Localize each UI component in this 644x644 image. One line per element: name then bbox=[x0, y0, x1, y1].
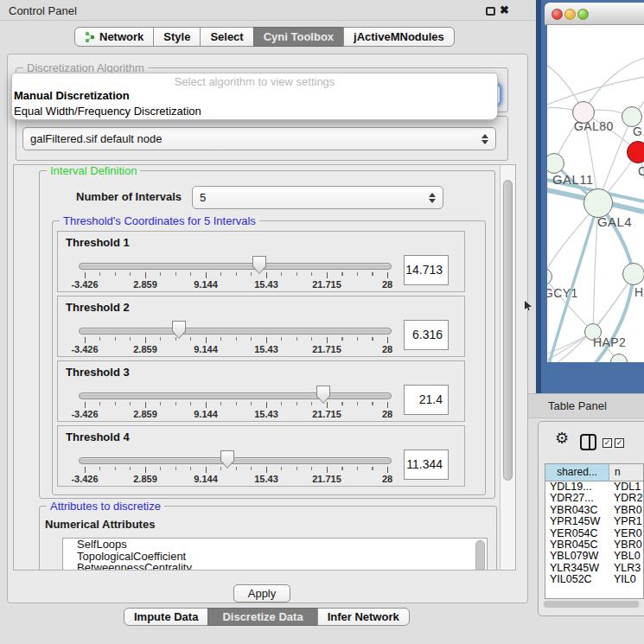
table-row[interactable]: YER054CYER0 bbox=[545, 528, 643, 539]
tick-label: 9.144 bbox=[194, 344, 218, 354]
column-header-shared-name[interactable]: shared... bbox=[545, 464, 609, 481]
float-window-icon[interactable] bbox=[486, 7, 495, 16]
table-row[interactable]: YBL079WYBL0 bbox=[545, 551, 643, 562]
table-row[interactable]: YDR27...YDR2 bbox=[545, 493, 643, 504]
node-label-h: H bbox=[634, 285, 644, 299]
threshold-1-panel: Threshold 1 -3.426 2.859 9.144 15.43 21.… bbox=[57, 231, 465, 292]
table-row[interactable]: YDL19...YDL1 bbox=[545, 481, 643, 493]
network-node-gal4[interactable] bbox=[583, 188, 613, 218]
tick-label: 2.859 bbox=[133, 279, 157, 290]
network-icon bbox=[85, 31, 95, 43]
table-row[interactable]: YLR345WYLR3 bbox=[545, 563, 643, 574]
table-data-combobox[interactable]: galFiltered.sif default node bbox=[22, 127, 496, 150]
threshold-2-slider-thumb[interactable] bbox=[172, 321, 186, 339]
tick-label: 2.859 bbox=[133, 409, 157, 419]
tab-label: Network bbox=[99, 28, 143, 46]
group-label: Threshold's Coordinates for 5 Intervals bbox=[60, 214, 259, 227]
table-header-row: shared... n bbox=[545, 464, 643, 481]
table-row[interactable]: YBR043CYBR0 bbox=[545, 505, 643, 516]
tick-label: 28 bbox=[382, 279, 392, 290]
list-item[interactable]: TopologicalCoefficient bbox=[63, 551, 487, 563]
num-intervals-label: Number of Intervals bbox=[76, 190, 182, 203]
threshold-1-slider-track[interactable] bbox=[79, 263, 392, 270]
cell: YER054C bbox=[545, 528, 609, 539]
settings-scroll-area: Interval Definition Number of Intervals … bbox=[13, 164, 516, 571]
threshold-label: Threshold 4 bbox=[66, 430, 130, 443]
list-item[interactable]: BetweennessCentrality bbox=[63, 562, 487, 571]
threshold-4-value-field[interactable]: 11.344 bbox=[404, 450, 449, 480]
apply-button[interactable]: Apply bbox=[233, 584, 290, 603]
cell: YBR0 bbox=[609, 505, 643, 516]
zoom-traffic-light[interactable] bbox=[577, 9, 589, 20]
network-canvas[interactable]: GAL80 G. C GAL11 GAL4 GCY1 H HAP2 bbox=[547, 25, 644, 362]
tick-label: 21.715 bbox=[312, 279, 341, 290]
cell: YDR27... bbox=[545, 493, 609, 504]
tick-label: 28 bbox=[382, 409, 392, 419]
stepper-arrows-icon bbox=[429, 193, 436, 203]
close-icon[interactable]: ✖ bbox=[500, 3, 509, 16]
node-label-hap2: HAP2 bbox=[593, 335, 626, 349]
tick-label: 21.715 bbox=[312, 344, 341, 354]
table-row[interactable]: YPR145WYPR1 bbox=[545, 516, 643, 527]
table-row[interactable]: YIL052CYIL0 bbox=[545, 574, 643, 585]
network-node-h[interactable] bbox=[622, 263, 644, 285]
threshold-1-slider-thumb[interactable] bbox=[252, 256, 266, 274]
tab-cyni-toolbox[interactable]: Cyni Toolbox bbox=[253, 27, 344, 47]
slider-major-ticks bbox=[85, 272, 389, 278]
tick-label: -3.426 bbox=[71, 344, 98, 354]
num-intervals-combobox[interactable]: 5 bbox=[192, 186, 443, 209]
table-horizontal-scrollbar[interactable] bbox=[543, 601, 642, 608]
threshold-label: Threshold 2 bbox=[66, 301, 130, 314]
combobox-value: galFiltered.sif default node bbox=[30, 132, 162, 145]
tick-label: 21.715 bbox=[312, 409, 341, 419]
node-label-c: C bbox=[638, 164, 644, 178]
tab-style[interactable]: Style bbox=[153, 27, 201, 47]
list-scrollbar[interactable] bbox=[475, 540, 485, 571]
cell: YBR0 bbox=[609, 539, 643, 551]
node-label-gal11: GAL11 bbox=[552, 172, 594, 187]
threshold-2-slider-track[interactable] bbox=[79, 328, 392, 335]
dropdown-option-manual-discretization[interactable]: Manual Discretization bbox=[12, 88, 497, 104]
group-label: Attributes to discretize bbox=[47, 500, 164, 513]
gear-icon[interactable]: ⚙ bbox=[555, 430, 569, 446]
threshold-3-slider-thumb[interactable] bbox=[316, 386, 330, 404]
checkbox-icon[interactable]: ✓ bbox=[615, 438, 624, 448]
threshold-1-value-field[interactable]: 14.713 bbox=[404, 255, 449, 285]
tab-select[interactable]: Select bbox=[200, 27, 253, 47]
threshold-4-slider-thumb[interactable] bbox=[220, 450, 234, 469]
dropdown-placeholder-option: Select algorithm to view settings bbox=[12, 73, 497, 88]
cell: YDR2 bbox=[609, 493, 643, 504]
tick-label: 2.859 bbox=[133, 474, 157, 484]
threshold-2-value-field[interactable]: 6.316 bbox=[404, 320, 449, 350]
tab-discretize-data[interactable]: Discretize Data bbox=[207, 608, 317, 626]
cell: YIL052C bbox=[545, 574, 609, 585]
cell: YER0 bbox=[609, 528, 643, 539]
close-traffic-light[interactable] bbox=[552, 9, 563, 20]
minimize-traffic-light[interactable] bbox=[564, 9, 576, 20]
column-header-name[interactable]: n bbox=[609, 464, 643, 481]
cell: YLR3 bbox=[609, 563, 643, 574]
tab-impute-data[interactable]: Impute Data bbox=[124, 608, 208, 626]
tick-label: 9.144 bbox=[194, 409, 218, 419]
tick-label: 28 bbox=[382, 474, 392, 484]
cell: YPR145W bbox=[545, 516, 609, 527]
tick-label: -3.426 bbox=[71, 409, 98, 419]
interval-definition-group: Interval Definition Number of Intervals … bbox=[39, 170, 495, 499]
table-row[interactable]: YBR045CYBR0 bbox=[545, 539, 643, 551]
settings-scrollbar-thumb[interactable] bbox=[503, 180, 513, 481]
tick-label: 28 bbox=[382, 344, 392, 354]
columns-icon[interactable] bbox=[580, 434, 596, 450]
tab-jactivemnodules[interactable]: jActiveMNodules bbox=[343, 27, 455, 47]
node-label-gal4: GAL4 bbox=[597, 214, 632, 229]
dropdown-option-equal-width[interactable]: Equal Width/Frequency Discretization bbox=[12, 104, 497, 119]
tab-infer-network[interactable]: Infer Network bbox=[317, 608, 410, 626]
threshold-3-value-field[interactable]: 21.4 bbox=[404, 385, 449, 415]
list-item[interactable]: SelfLoops bbox=[63, 539, 487, 551]
threshold-4-slider-track[interactable] bbox=[79, 457, 392, 464]
threshold-3-slider-track[interactable] bbox=[79, 392, 392, 399]
checkbox-icon[interactable]: ✓ bbox=[603, 438, 612, 448]
cell: YBR045C bbox=[545, 539, 609, 551]
tab-network[interactable]: Network bbox=[74, 27, 154, 47]
cell: YPR1 bbox=[609, 516, 643, 527]
network-node-red-selected[interactable] bbox=[627, 141, 644, 163]
